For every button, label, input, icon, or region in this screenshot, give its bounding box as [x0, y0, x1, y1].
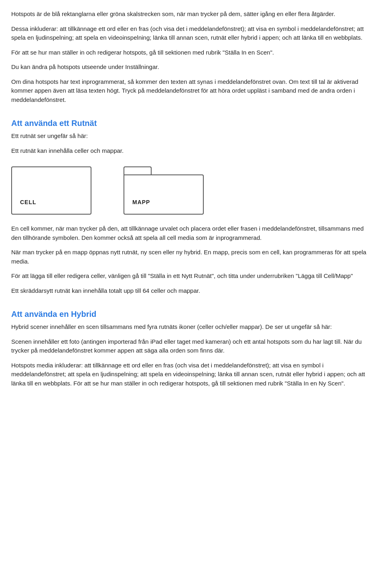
hybrid-p1: Hybrid scener innehåller en scen tillsam… — [11, 322, 374, 332]
hybrid-p3: Hotspots media inkluderar: att tillkänna… — [11, 361, 374, 388]
folder-diagram-label: MAPP — [132, 198, 150, 207]
folder-diagram: MAPP — [124, 166, 204, 215]
paragraph-intro3: För att se hur man ställer in och redige… — [11, 48, 374, 57]
hybrid-p2: Scenen innehåller ett foto (antingen imp… — [11, 337, 374, 355]
paragraph-intro1: Hotspots är de blå rektanglarna eller gr… — [11, 10, 374, 19]
grid-p3: För att lägga till eller redigera celler… — [11, 272, 374, 281]
grid-intro2: Ett rutnät kan innehålla celler och mapp… — [11, 146, 374, 156]
hybrid-heading: Att använda en Hybrid — [11, 308, 374, 320]
grid-intro1: Ett rutnät ser ungefär så här: — [11, 132, 374, 141]
diagram-row: CELL MAPP — [11, 166, 374, 215]
grid-p2: När man trycker på en mapp öppnas nytt r… — [11, 248, 374, 266]
grid-p1: En cell kommer, när man trycker på den, … — [11, 224, 374, 242]
folder-body: MAPP — [124, 174, 204, 215]
paragraph-intro5: Om dina hotspots har text inprogrammerat… — [11, 77, 374, 105]
grid-heading: Att använda ett Rutnät — [11, 117, 374, 129]
cell-diagram-label: CELL — [20, 198, 36, 207]
paragraph-intro2: Dessa inkluderar: att tillkännage ett or… — [11, 24, 374, 43]
paragraph-intro4: Du kan ändra på hotspots utseende under … — [11, 63, 374, 72]
grid-p4: Ett skräddarsytt rutnät kan innehålla to… — [11, 286, 374, 296]
cell-diagram: CELL — [11, 166, 91, 215]
